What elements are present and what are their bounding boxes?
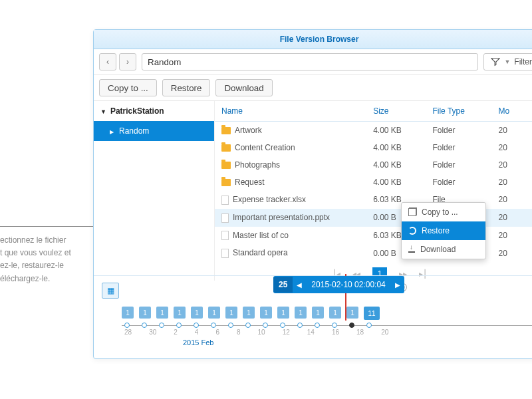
timeline-badge[interactable]: 1 xyxy=(260,307,272,319)
calendar-icon: ▦ xyxy=(107,286,114,295)
timeline-next-version[interactable]: ▶ xyxy=(391,281,404,289)
context-download[interactable]: Download xyxy=(402,240,485,259)
download-icon xyxy=(408,246,415,253)
timeline-badge[interactable]: 1 xyxy=(156,307,168,319)
tree-item-random[interactable]: Random xyxy=(94,121,214,141)
timeline-dot[interactable] xyxy=(349,323,354,328)
timeline-version-count: 25 xyxy=(273,277,293,293)
timeline-badge[interactable]: 1 xyxy=(329,307,341,319)
file-type: Folder xyxy=(426,156,491,174)
context-copy-to[interactable]: Copy to ... xyxy=(402,203,485,221)
navigation-row: ‹ › ▼ Filter xyxy=(94,49,532,75)
timeline-dot[interactable] xyxy=(211,323,216,328)
file-name: Content Creation xyxy=(235,143,295,152)
timeline-tick: 2 xyxy=(174,329,178,336)
file-name: Important presentation.pptx xyxy=(233,213,330,222)
table-row[interactable]: Content Creation4.00 KBFolder20 xyxy=(215,139,532,156)
file-name: Artwork xyxy=(235,126,262,135)
table-row[interactable]: Request4.00 KBFolder20 xyxy=(215,174,532,191)
timeline-tick: 18 xyxy=(356,329,364,336)
context-menu: Copy to ... Restore Download xyxy=(401,202,486,259)
timeline-badge[interactable]: 1 xyxy=(191,307,203,319)
timeline-dot[interactable] xyxy=(315,323,320,328)
file-name: Photographs xyxy=(235,160,280,170)
timeline-track[interactable]: 1111111111111111 28302468101214161820 20… xyxy=(102,307,532,346)
timeline-dot[interactable] xyxy=(332,323,337,328)
col-filetype[interactable]: File Type xyxy=(426,101,491,122)
file-name: Standard opera xyxy=(233,248,288,257)
restore-icon xyxy=(408,227,416,235)
timeline-badge[interactable]: 1 xyxy=(122,307,134,319)
col-size[interactable]: Size xyxy=(366,101,426,122)
file-modified: 20 xyxy=(492,174,532,191)
expand-icon xyxy=(110,126,114,136)
file-icon xyxy=(221,249,229,258)
timeline-month-label: 2015 Feb xyxy=(122,338,532,346)
copy-to-button[interactable]: Copy to ... xyxy=(99,79,157,96)
timeline-prev-version[interactable]: ◀ xyxy=(293,281,306,289)
file-icon xyxy=(221,213,229,223)
timeline-tooltip: 25 ◀ 2015-02-10 02:00:04 ▶ xyxy=(273,276,404,293)
path-input[interactable] xyxy=(142,53,478,70)
col-modified[interactable]: Mo xyxy=(492,101,532,122)
table-row[interactable]: Artwork4.00 KBFolder20 xyxy=(215,122,532,140)
timeline-dot[interactable] xyxy=(124,323,130,328)
file-modified: 20 xyxy=(492,227,532,245)
timeline-tick: 14 xyxy=(307,329,315,336)
filter-button[interactable]: ▼ Filter xyxy=(483,53,532,70)
timeline-dot[interactable] xyxy=(263,323,268,328)
file-size: 4.00 KB xyxy=(366,156,426,174)
timeline-tick: 4 xyxy=(195,329,199,336)
file-type: Folder xyxy=(426,122,491,140)
file-name: Request xyxy=(235,178,265,187)
download-button[interactable]: Download xyxy=(215,79,272,96)
file-name: Master list of co xyxy=(233,231,289,240)
file-modified: 20 xyxy=(492,209,532,227)
collapse-icon xyxy=(100,106,106,116)
timeline-datetime: 2015-02-10 02:00:04 xyxy=(306,280,390,289)
file-icon xyxy=(221,196,229,205)
chevron-right-icon: › xyxy=(126,57,129,66)
file-icon xyxy=(221,231,229,240)
calendar-button[interactable]: ▦ xyxy=(102,283,119,299)
timeline-dot[interactable] xyxy=(297,323,303,328)
window-title: File Version Browser xyxy=(94,30,532,49)
timeline-badge[interactable]: 1 xyxy=(208,307,220,319)
file-size: 4.00 KB xyxy=(366,174,426,191)
file-modified: 20 xyxy=(492,191,532,209)
timeline-dot[interactable] xyxy=(176,323,182,328)
timeline-dot[interactable] xyxy=(245,323,251,328)
timeline-badge[interactable]: 1 xyxy=(139,307,151,319)
col-name[interactable]: Name xyxy=(215,101,366,122)
timeline-dot[interactable] xyxy=(280,323,285,328)
timeline-tick: 16 xyxy=(332,329,339,336)
timeline-badge[interactable]: 1 xyxy=(225,307,237,319)
timeline-dot[interactable] xyxy=(142,323,147,328)
timeline-badge[interactable]: 1 xyxy=(295,307,307,319)
timeline-dot[interactable] xyxy=(366,323,372,328)
nav-back-button[interactable]: ‹ xyxy=(99,53,116,70)
context-restore[interactable]: Restore xyxy=(402,221,485,240)
timeline-tick: 12 xyxy=(283,329,290,336)
timeline-tick: 20 xyxy=(381,329,388,336)
tree-root[interactable]: PatrickStation xyxy=(94,101,214,121)
timeline-badge[interactable]: 11 xyxy=(364,307,380,320)
timeline-dot[interactable] xyxy=(194,323,199,328)
timeline-badge[interactable]: 1 xyxy=(174,307,186,319)
folder-icon xyxy=(221,144,231,152)
filter-label: Filter xyxy=(514,57,532,66)
timeline-tick: 28 xyxy=(124,329,132,336)
file-version-browser-window: File Version Browser ‹ › ▼ Filter Copy t… xyxy=(93,29,532,359)
timeline-badge[interactable]: 1 xyxy=(243,307,255,319)
file-size: 4.00 KB xyxy=(366,122,426,140)
timeline-dot[interactable] xyxy=(228,323,233,328)
timeline-badge[interactable]: 1 xyxy=(312,307,324,319)
timeline-dot[interactable] xyxy=(159,323,164,328)
timeline-tick: 30 xyxy=(149,329,156,336)
table-row[interactable]: Photographs4.00 KBFolder20 xyxy=(215,156,532,174)
timeline-badge[interactable]: 1 xyxy=(277,307,289,319)
timeline-badge[interactable]: 1 xyxy=(346,307,358,319)
filter-icon xyxy=(491,57,500,66)
restore-button[interactable]: Restore xyxy=(162,79,211,96)
nav-forward-button[interactable]: › xyxy=(119,53,136,70)
